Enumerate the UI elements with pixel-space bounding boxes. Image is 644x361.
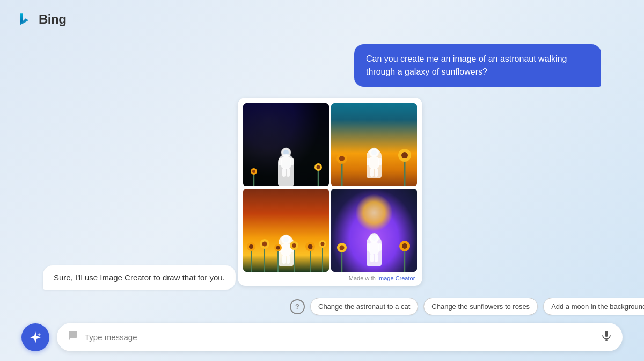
sunflower-large-2 [390,143,417,186]
sunflower-purple-1 [331,240,353,272]
svg-rect-57 [375,254,378,262]
svg-point-52 [371,235,377,241]
sunflower-left [246,165,262,186]
bing-logo-icon [15,10,34,29]
svg-point-12 [317,165,320,169]
header: Bing [0,0,644,39]
generated-image-4[interactable] [331,189,417,272]
chat-bubble-icon [68,330,78,341]
svg-rect-53 [369,242,379,254]
sunflower-field [243,234,329,272]
svg-point-38 [262,242,267,247]
message-input[interactable] [85,333,595,342]
svg-point-22 [339,156,345,161]
svg-rect-15 [369,157,379,169]
input-field-container [57,323,623,351]
bot-text-bubble: Sure, I'll use Image Creator to draw tha… [43,265,236,290]
suggestion-chip-3[interactable]: Add a moon in the background [543,298,644,315]
bot-message: Sure, I'll use Image Creator to draw tha… [43,98,422,297]
svg-rect-16 [367,158,370,165]
sunflower-large-1 [331,149,355,186]
astronaut-figure-2 [365,147,383,182]
sparkle-icon [28,330,42,344]
sunflower-right [310,160,326,186]
generated-image-1[interactable] [243,103,329,186]
generated-image-2[interactable] [331,103,417,186]
svg-point-13 [369,148,379,157]
svg-rect-18 [370,168,374,177]
chat-area: Can you create me an image of an astrona… [0,44,644,297]
send-button[interactable] [21,323,49,351]
svg-rect-64 [605,331,608,337]
svg-point-14 [371,150,377,155]
svg-point-60 [340,246,345,250]
user-message-bubble: Can you create me an image of an astrona… [354,44,601,87]
image-creator-link[interactable]: Image Creator [377,275,415,281]
image-grid [243,103,417,272]
image-grid-container: Made with Image Creator [238,98,422,286]
bing-logo: Bing [15,10,66,29]
sunflower-purple-2 [393,237,417,272]
microphone-icon[interactable] [601,330,612,344]
svg-rect-56 [370,254,374,262]
input-bar [21,323,623,351]
svg-point-25 [401,152,408,158]
svg-rect-6 [287,168,290,177]
svg-point-35 [249,244,253,249]
svg-point-1 [283,150,289,155]
suggestion-chip-2[interactable]: Change the sunflowers to roses [423,298,538,315]
svg-point-44 [292,243,296,248]
generated-image-3[interactable] [243,189,329,272]
suggestion-chip-1[interactable]: Change the astronaut to a cat [310,298,418,315]
image-footer: Made with Image Creator [243,273,417,283]
svg-point-51 [369,233,379,243]
svg-rect-3 [279,158,282,165]
svg-rect-5 [282,168,286,177]
svg-rect-17 [378,158,382,165]
astronaut-figure-1 [277,147,295,182]
svg-rect-19 [375,168,378,177]
bing-logo-label: Bing [39,12,66,27]
suggestions-area: ? Change the astronaut to a cat Change t… [290,298,623,315]
message-icon [68,330,78,344]
svg-point-47 [308,244,313,249]
svg-rect-4 [290,158,294,165]
svg-rect-54 [367,243,370,251]
help-icon[interactable]: ? [290,299,305,314]
svg-rect-55 [378,243,382,251]
astronaut-figure-4 [365,233,383,268]
svg-point-41 [276,246,280,250]
svg-point-63 [402,243,407,249]
svg-rect-2 [281,157,291,169]
svg-point-50 [321,242,325,246]
svg-point-9 [252,170,255,173]
